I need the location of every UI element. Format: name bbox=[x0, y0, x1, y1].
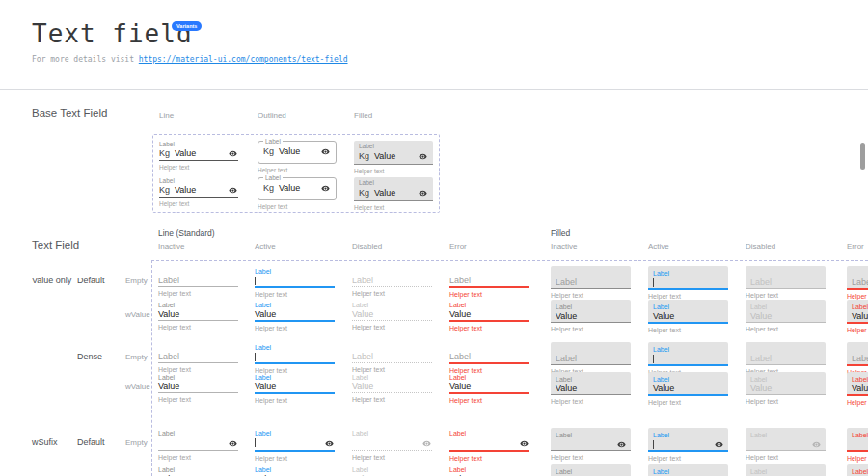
field-input[interactable]: Label bbox=[750, 277, 821, 288]
field-input[interactable] bbox=[255, 352, 335, 362]
field-input[interactable]: Value bbox=[653, 383, 723, 394]
field-input[interactable]: KgValue bbox=[359, 187, 428, 199]
filled-text-field--error[interactable]: LabelHelper text bbox=[847, 266, 868, 300]
filled-text-field--active[interactable]: LabelValueHelper text bbox=[648, 300, 728, 333]
filled-text-field--error[interactable]: LabelValueHelper text bbox=[847, 372, 868, 406]
field-input[interactable]: KgValue bbox=[159, 147, 238, 160]
field-input[interactable]: Value bbox=[255, 382, 335, 392]
line-text-field--error[interactable]: LabelHelper text bbox=[449, 342, 529, 374]
field-input[interactable]: Value bbox=[352, 309, 432, 320]
field-input[interactable]: Value bbox=[653, 310, 723, 322]
line-text-field--active[interactable]: LabelHelper text bbox=[255, 428, 335, 462]
line-text-field--active[interactable]: LabelValueHelper text bbox=[255, 464, 335, 476]
field-input[interactable]: Value bbox=[556, 383, 626, 394]
base-line-text-field[interactable]: LabelKgValueHelper text bbox=[159, 141, 238, 171]
field-input[interactable]: Value bbox=[158, 309, 238, 320]
visibility-icon[interactable] bbox=[419, 152, 427, 161]
visibility-icon[interactable] bbox=[422, 439, 431, 448]
line-text-field--inactive[interactable]: LabelHelper text bbox=[158, 428, 238, 461]
filled-text-field--error[interactable]: LabelValueHelper text bbox=[847, 300, 868, 333]
line-text-field--inactive[interactable]: LabelHelper text bbox=[158, 342, 238, 373]
line-text-field--disabled[interactable]: LabelHelper text bbox=[352, 266, 432, 297]
filled-text-field--disabled[interactable]: LabelValueHelper text bbox=[746, 464, 826, 476]
visibility-icon[interactable] bbox=[229, 149, 237, 158]
field-input[interactable]: Value bbox=[852, 310, 868, 322]
line-text-field--disabled[interactable]: LabelValueHelper text bbox=[352, 300, 432, 331]
filled-text-field--inactive[interactable]: LabelValueHelper text bbox=[551, 464, 631, 476]
field-input[interactable] bbox=[852, 438, 868, 451]
base-line-text-field[interactable]: LabelKgValueHelper text bbox=[159, 177, 238, 207]
line-text-field--error[interactable]: LabelHelper text bbox=[449, 266, 529, 298]
field-input[interactable]: Label bbox=[352, 276, 432, 286]
line-text-field--active[interactable]: LabelHelper text bbox=[255, 266, 335, 298]
filled-text-field--active[interactable]: LabelHelper text bbox=[648, 342, 728, 376]
filled-text-field--inactive[interactable]: LabelHelper text bbox=[551, 428, 631, 461]
visibility-icon[interactable] bbox=[419, 189, 427, 198]
field-input[interactable]: Label bbox=[352, 352, 432, 362]
line-text-field--disabled[interactable]: LabelHelper text bbox=[352, 428, 432, 461]
line-text-field--inactive[interactable]: LabelValueHelper text bbox=[158, 300, 238, 331]
filled-text-field--active[interactable]: LabelHelper text bbox=[648, 428, 728, 462]
field-input[interactable]: Value bbox=[449, 382, 529, 392]
field-input[interactable]: Value bbox=[750, 310, 821, 322]
field-input[interactable] bbox=[653, 353, 723, 364]
field-input[interactable]: Label bbox=[852, 277, 868, 288]
field-input[interactable] bbox=[158, 437, 238, 450]
filled-text-field--disabled[interactable]: LabelValueHelper text bbox=[746, 300, 826, 332]
filled-text-field--inactive[interactable]: LabelValueHelper text bbox=[551, 300, 631, 332]
filled-text-field--disabled[interactable]: LabelHelper text bbox=[746, 266, 826, 299]
field-input[interactable] bbox=[352, 437, 432, 450]
field-input[interactable]: Value bbox=[750, 383, 821, 394]
line-text-field--active[interactable]: LabelValueHelper text bbox=[255, 300, 335, 331]
visibility-icon[interactable] bbox=[229, 439, 237, 448]
field-input[interactable] bbox=[653, 277, 723, 288]
field-input[interactable]: Value bbox=[255, 309, 335, 320]
filled-text-field--inactive[interactable]: LabelHelper text bbox=[551, 342, 631, 375]
field-input[interactable]: Label bbox=[750, 353, 821, 364]
base-outlined-text-field[interactable]: LabelKgValueHelper text bbox=[258, 141, 337, 173]
line-text-field--disabled[interactable]: LabelValueHelper text bbox=[352, 372, 432, 403]
field-input[interactable]: Label bbox=[449, 352, 529, 362]
line-text-field--error[interactable]: LabelValueHelper text bbox=[449, 464, 529, 476]
line-text-field--error[interactable]: LabelValueHelper text bbox=[449, 372, 529, 404]
field-input[interactable]: Label bbox=[852, 353, 868, 364]
base-filled-text-field[interactable]: LabelKgValueHelper text bbox=[354, 177, 433, 211]
filled-text-field--inactive[interactable]: LabelHelper text bbox=[551, 266, 631, 299]
field-input[interactable] bbox=[750, 438, 821, 451]
filled-text-field--disabled[interactable]: LabelHelper text bbox=[746, 342, 826, 375]
visibility-icon[interactable] bbox=[229, 186, 237, 195]
line-text-field--disabled[interactable]: LabelHelper text bbox=[352, 342, 432, 373]
filled-text-field--inactive[interactable]: LabelValueHelper text bbox=[551, 372, 631, 405]
field-input[interactable]: KgValue bbox=[263, 145, 331, 158]
visibility-icon[interactable] bbox=[321, 184, 330, 193]
filled-text-field--disabled[interactable]: LabelValueHelper text bbox=[746, 372, 826, 405]
field-input[interactable]: Label bbox=[556, 277, 626, 288]
field-input[interactable]: Label bbox=[556, 353, 626, 364]
line-text-field--disabled[interactable]: LabelValueHelper text bbox=[352, 464, 432, 476]
field-input[interactable] bbox=[255, 276, 335, 286]
filled-text-field--active[interactable]: LabelHelper text bbox=[648, 266, 728, 300]
visibility-icon[interactable] bbox=[617, 440, 626, 449]
visibility-icon[interactable] bbox=[520, 439, 529, 448]
visibility-icon[interactable] bbox=[812, 440, 821, 449]
field-input[interactable]: Value bbox=[449, 309, 529, 320]
line-text-field--inactive[interactable]: LabelValueHelper text bbox=[158, 372, 238, 403]
field-input[interactable]: KgValue bbox=[359, 150, 428, 163]
filled-text-field--active[interactable]: LabelValueHelper text bbox=[648, 372, 728, 406]
filled-text-field--disabled[interactable]: LabelHelper text bbox=[746, 428, 826, 461]
base-outlined-text-field[interactable]: LabelKgValueHelper text bbox=[258, 177, 337, 210]
scrollbar-thumb[interactable] bbox=[860, 143, 865, 170]
field-input[interactable]: Value bbox=[352, 382, 432, 392]
visibility-icon[interactable] bbox=[321, 147, 330, 156]
line-text-field--inactive[interactable]: LabelHelper text bbox=[158, 266, 238, 297]
filled-text-field--error[interactable]: LabelValueHelper text bbox=[847, 464, 868, 476]
field-input[interactable] bbox=[255, 437, 335, 450]
field-input[interactable] bbox=[449, 437, 529, 450]
field-input[interactable]: Label bbox=[449, 276, 529, 286]
field-input[interactable]: Value bbox=[556, 310, 626, 322]
visibility-icon[interactable] bbox=[715, 440, 723, 449]
line-text-field--inactive[interactable]: LabelValueHelper text bbox=[158, 464, 238, 476]
field-input[interactable]: Label bbox=[158, 352, 238, 362]
docs-link[interactable]: https://material-ui.com/components/text-… bbox=[139, 55, 348, 64]
base-filled-text-field[interactable]: LabelKgValueHelper text bbox=[354, 141, 433, 174]
